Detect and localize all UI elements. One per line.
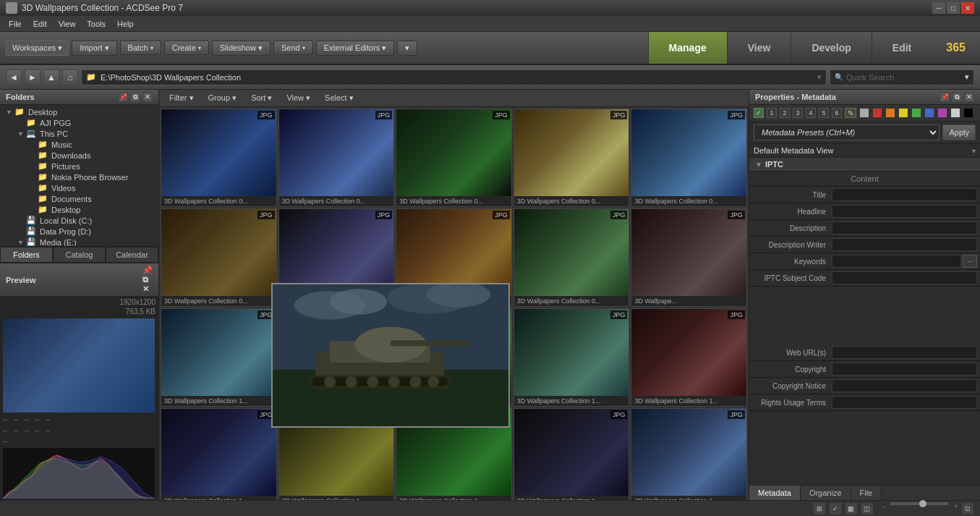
image-cell-20[interactable]: JPG3D Wallpapers Collection 1... [631,408,747,500]
image-cell-14[interactable]: JPG3D Wallpapers Collection 1... [514,308,630,407]
image-cell-6[interactable]: JPG3D Wallpapers Collection 0... [161,208,277,307]
color-white[interactable] [859,108,869,118]
tab-folders[interactable]: Folders [0,247,53,263]
mode-365[interactable]: 365 [932,32,980,64]
workspaces-button[interactable]: Workspaces ▾ [6,41,69,56]
rating-5[interactable]: 5 [819,108,829,118]
keywords-more-button[interactable]: ··· [963,255,977,268]
image-cell-4[interactable]: JPG3D Wallpapers Collection 0... [514,109,630,207]
status-icon-split[interactable]: ◫ [861,502,874,515]
image-cell-5[interactable]: JPG3D Wallpapers Collection 0... [631,109,747,207]
group-button[interactable]: Group ▾ [204,92,242,104]
image-cell-19[interactable]: JPG3D Wallpapers Collection 1... [514,408,630,500]
rating-2[interactable]: 2 [780,108,790,118]
tree-item-localdisk-c[interactable]: 💾 Local Disk (C:) [0,215,158,226]
pencil-icon[interactable]: ✎ [845,108,856,118]
image-cell-10[interactable]: JPG3D Wallpape... [631,208,747,307]
tree-item-ajipgg[interactable]: 📁 AJI PGG [0,117,158,128]
slideshow-button[interactable]: Slideshow ▾ [212,41,270,56]
iptc-section-header[interactable]: ▼ IPTC [749,158,980,172]
nav-back-button[interactable]: ◄ [6,69,22,85]
menu-help[interactable]: Help [111,18,140,30]
preview-pin-button[interactable]: 📌 [142,266,153,275]
tree-item-videos[interactable]: 📁 Videos [0,182,158,193]
image-cell-1[interactable]: JPG3D Wallpapers Collection 0... [161,109,277,207]
field-copyright-notice-input[interactable] [832,379,977,392]
field-rights-usage-input[interactable] [832,396,977,409]
tree-item-thispc[interactable]: ▼ 💻 This PC [0,128,158,139]
tree-item-documents[interactable]: 📁 Documents [0,193,158,204]
tab-catalog[interactable]: Catalog [53,247,106,263]
status-icon-check[interactable]: ✓ [829,502,842,515]
color-green[interactable] [911,108,921,118]
props-float-button[interactable]: ⧉ [952,92,962,102]
status-icon-fit[interactable]: ⊡ [961,502,974,515]
field-copyright-input[interactable] [832,363,977,376]
rating-4[interactable]: 4 [806,108,816,118]
preview-float-button[interactable]: ⧉ [142,275,153,284]
field-iptc-subject-input[interactable] [832,271,977,284]
preset-dropdown[interactable]: Metadata Presets (Ctrl+M) [754,124,939,140]
tree-item-desktop2[interactable]: 📁 Desktop [0,204,158,215]
send-button[interactable]: Send ▾ [273,41,313,55]
color-yellow[interactable] [898,108,908,118]
props-close-button[interactable]: ✕ [964,92,974,102]
zoom-plus[interactable]: + [954,502,958,515]
select-button[interactable]: Select ▾ [320,92,358,104]
mode-manage[interactable]: Manage [648,32,727,64]
image-cell-3[interactable]: JPG3D Wallpapers Collection 0... [396,109,512,207]
search-box[interactable]: 🔍 Quick Search ▾ [830,69,974,85]
minimize-button[interactable]: ─ [932,2,945,14]
color-purple[interactable] [937,108,947,118]
filter-button[interactable]: Filter ▾ [165,92,198,104]
folders-float-button[interactable]: ⧉ [130,92,140,102]
tree-item-pictures[interactable]: 📁 Pictures [0,161,158,172]
menu-edit[interactable]: Edit [27,18,53,30]
image-cell-15[interactable]: JPG3D Wallpapers Collection 1... [631,308,747,407]
status-icon-grid[interactable]: ▦ [845,502,858,515]
color-red[interactable] [872,108,882,118]
field-title-input[interactable] [832,188,977,201]
sort-button[interactable]: Sort ▾ [247,92,276,104]
import-button[interactable]: Import ▾ [72,41,116,56]
mode-view[interactable]: View [727,32,791,64]
nav-home-button[interactable]: ⌂ [62,69,78,85]
meta-view-dropdown[interactable]: ▾ [972,147,976,155]
color-light[interactable] [950,108,960,118]
maximize-button[interactable]: □ [947,2,960,14]
path-bar[interactable]: 📁 E:\PhotoShop\3D Wallpapers Collection … [81,69,827,85]
rating-6[interactable]: 6 [832,108,842,118]
apply-button[interactable]: Apply [942,124,976,140]
field-desc-writer-input[interactable] [832,238,977,251]
folders-pin-button[interactable]: 📌 [118,92,128,102]
tree-item-desktop[interactable]: ▼ 📁 Desktop [0,106,158,117]
search-dropdown-arrow[interactable]: ▾ [965,72,969,82]
image-cell-16[interactable]: JPG3D Wallpapers Collection 1... [161,408,277,500]
tab-calendar[interactable]: Calendar [106,247,158,263]
mode-develop[interactable]: Develop [791,32,871,64]
view-button[interactable]: View ▾ [282,92,315,104]
mode-edit[interactable]: Edit [872,32,932,64]
folders-close-button[interactable]: ✕ [142,92,153,102]
path-dropdown-arrow[interactable]: ▾ [817,72,822,82]
color-blue[interactable] [924,108,934,118]
preview-close-button[interactable]: ✕ [142,284,153,294]
field-web-url-input[interactable] [832,346,977,359]
field-description-input[interactable] [832,221,977,234]
tank-popup[interactable] [271,283,510,428]
field-headline-input[interactable] [832,205,977,218]
external-editors-button[interactable]: External Editors ▾ [316,41,395,56]
props-pin-button[interactable]: 📌 [939,92,950,102]
rating-1[interactable]: 1 [767,108,777,118]
color-black[interactable] [963,108,973,118]
tab-file[interactable]: File [851,486,882,500]
nav-forward-button[interactable]: ► [25,69,41,85]
menu-view[interactable]: View [53,18,82,30]
tab-metadata[interactable]: Metadata [749,486,801,500]
create-button[interactable]: Create ▾ [164,41,209,55]
status-icon-add[interactable]: ⊞ [813,502,826,515]
batch-button[interactable]: Batch ▾ [120,41,161,55]
tree-item-music[interactable]: 📁 Music [0,139,158,150]
tree-item-dataprog-d[interactable]: 💾 Data Prog (D:) [0,226,158,237]
tree-item-nokia[interactable]: 📁 Nokia Phone Browser [0,172,158,182]
